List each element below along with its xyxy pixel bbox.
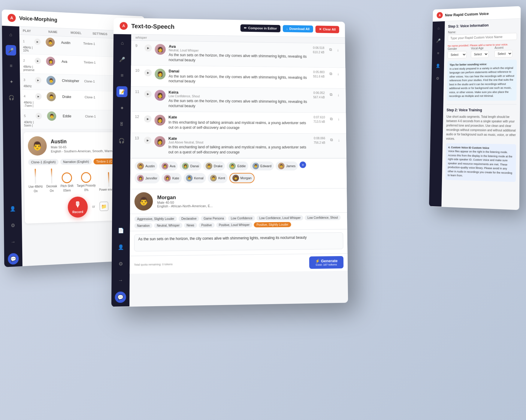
tts-textarea-area: As the sun sets on the horizon, the city…: [130, 229, 347, 256]
vm-play-btn-2[interactable]: ▶: [35, 58, 41, 64]
vm-arrow-icon[interactable]: →: [8, 236, 19, 248]
style-low-confidence[interactable]: Low Confidence: [228, 216, 255, 221]
vm-record-button[interactable]: 🎙 Record: [68, 196, 88, 218]
voice-chip-ava[interactable]: 👩 Ava: [159, 162, 178, 171]
tts-arrow-icon[interactable]: →: [115, 275, 126, 286]
voice-chip-kemal[interactable]: 👨 Kemal: [183, 173, 206, 183]
style-neutral-whisper[interactable]: Neutral, Whisper: [154, 223, 182, 228]
tts-generate-button[interactable]: ⚡ Generate Cost: 107 tokens: [309, 256, 343, 269]
nv-mic-icon[interactable]: 🎤: [434, 36, 443, 45]
tts-download-icon-9[interactable]: ↓: [335, 47, 341, 53]
style-positive[interactable]: Positive: [198, 222, 215, 228]
style-aggressive[interactable]: Aggressive, Slightly Louder: [134, 216, 177, 222]
tts-settings-icon[interactable]: ⚙: [115, 258, 126, 270]
vm-chat-icon[interactable]: 💬: [8, 253, 19, 265]
tts-download-btn[interactable]: ↓ Download All: [283, 25, 313, 32]
tts-clear-btn[interactable]: ✕ Clear All: [315, 26, 339, 33]
tts-duration-13: 0:08.066: [314, 137, 325, 140]
tts-download-icon-10[interactable]: ↓: [335, 71, 341, 77]
nv-name-input[interactable]: [448, 33, 517, 41]
voice-chip-austin[interactable]: 👨 Austin: [135, 162, 157, 171]
tts-copy-icon-12[interactable]: ⧉: [328, 116, 334, 122]
tts-user-icon[interactable]: 👤: [115, 241, 126, 252]
vm-slider-power[interactable]: [108, 172, 110, 187]
nv-vocal-age-select[interactable]: Select: [471, 50, 488, 58]
voice-chip-jennifer[interactable]: 👩 Jennifer: [135, 173, 160, 183]
tts-copy-icon-9[interactable]: ⧉: [327, 47, 334, 53]
vm-fx-icon[interactable]: ✦: [6, 76, 17, 87]
vm-name-christopher: Christopher: [62, 79, 84, 83]
tts-eq-icon[interactable]: 🎚: [116, 119, 127, 130]
vm-upload-btn[interactable]: 📁: [99, 201, 109, 211]
vc-label-ava: Ava: [170, 164, 175, 168]
voice-chip-danai[interactable]: 👩 Danai: [180, 162, 201, 171]
table-row: 9 ▶ 👩 Ava Neutral, Loud Whisper As the s…: [131, 41, 345, 68]
tts-home-icon[interactable]: ⌂: [117, 38, 128, 49]
voice-chip-morgan[interactable]: 👨 Morgan: [229, 173, 255, 183]
voice-chip-edward[interactable]: 👨 Edward: [250, 162, 274, 171]
tts-play-11[interactable]: ▶: [144, 90, 151, 98]
tts-play-13[interactable]: ▶: [144, 137, 152, 144]
vm-detail-gender-age: Male 50-65: [51, 145, 113, 149]
nv-accent-select[interactable]: Select: [494, 50, 512, 58]
tts-play-12[interactable]: ▶: [144, 115, 152, 122]
voice-chip-kent[interactable]: 👨 Kent: [208, 173, 228, 183]
voice-chip-james[interactable]: 👨 James: [276, 162, 298, 171]
vm-settings-icon[interactable]: ⚙: [8, 219, 18, 231]
vc-label-jennifer: Jennifer: [145, 176, 157, 180]
add-voice-btn[interactable]: +: [300, 162, 306, 168]
tts-download-icon-13[interactable]: ↓: [336, 137, 342, 144]
compose-label: Compose in Editor: [248, 26, 277, 30]
nv-home-icon[interactable]: ⌂: [434, 24, 443, 32]
vm-headphones-icon[interactable]: 🎧: [6, 92, 17, 103]
tts-headphones-icon[interactable]: 🎧: [116, 135, 127, 146]
vm-user-icon[interactable]: 👤: [7, 203, 18, 214]
tts-page-icon[interactable]: 📄: [115, 225, 126, 236]
tts-row-info-10: Danai As the sun sets on the horizon, th…: [169, 69, 310, 85]
tts-duration-12: 0:07.610: [313, 116, 325, 119]
vm-play-btn-3[interactable]: ▶: [35, 77, 41, 83]
vm-list-icon[interactable]: ≡: [6, 61, 16, 71]
style-positive-loud-whisper[interactable]: Positive, Loud Whisper: [216, 222, 252, 228]
tts-copy-icon-11[interactable]: ⧉: [328, 92, 334, 98]
vm-mic-icon[interactable]: 🎤: [6, 45, 16, 56]
voice-chip-eddie[interactable]: 👨 Eddie: [227, 162, 248, 171]
tts-tts-icon[interactable]: 📝: [116, 86, 128, 97]
vm-play-btn-5[interactable]: ▶: [35, 113, 42, 119]
tts-compose-btn[interactable]: ✏ Compose in Editor: [240, 24, 280, 32]
vm-tag-narration[interactable]: Narration (English): [60, 159, 92, 165]
voice-chip-kate[interactable]: 👩 Kate: [162, 173, 182, 183]
tts-mic-icon[interactable]: 🎤: [117, 54, 128, 65]
vm-tag-clone1[interactable]: Clone-1 (English): [28, 159, 59, 165]
style-game-persona[interactable]: Game Persona: [201, 216, 227, 221]
vm-home-icon[interactable]: ⌂: [5, 29, 16, 40]
style-declarative[interactable]: Declarative: [179, 216, 199, 221]
tts-textarea[interactable]: As the sun sets on the horizon, the city…: [134, 232, 343, 252]
nv-list-icon[interactable]: ≡: [434, 49, 442, 57]
voice-chip-drake[interactable]: 👨 Drake: [203, 162, 225, 171]
vm-slider-48khz[interactable]: [35, 169, 36, 184]
tts-play-9[interactable]: ▶: [144, 44, 152, 52]
tts-copy-icon-13[interactable]: ⧉: [328, 137, 335, 144]
vm-play-btn-4[interactable]: ▶: [35, 93, 41, 100]
nv-gender-select[interactable]: SelectMaleFemale: [448, 51, 467, 59]
style-low-conf-loud-whisper[interactable]: Low Confidence, Loud Whisper: [257, 215, 304, 221]
tts-download-icon-12[interactable]: ↓: [335, 116, 342, 122]
style-narration[interactable]: Narration: [134, 223, 153, 228]
tts-chat-icon[interactable]: 💬: [115, 292, 126, 303]
vm-play-btn-1[interactable]: ▶: [34, 38, 41, 45]
tts-play-10[interactable]: ▶: [144, 69, 152, 76]
vm-knob-pitch[interactable]: [62, 172, 72, 183]
style-positive-slightly-louder[interactable]: Positive, Slightly Louder: [254, 222, 291, 227]
style-low-conf-shout[interactable]: Low Confidence, Shout: [305, 215, 340, 220]
vm-slider-decreak[interactable]: [51, 168, 52, 183]
tts-copy-icon-10[interactable]: ⧉: [328, 71, 334, 77]
tts-fx-icon[interactable]: ✦: [116, 102, 127, 113]
nv-user-icon[interactable]: 👤: [434, 61, 442, 70]
vm-knob-prosody[interactable]: [81, 172, 91, 183]
style-news[interactable]: News: [184, 223, 197, 228]
tts-actions-13: ⧉ ↓: [328, 137, 342, 144]
tts-list-icon[interactable]: ≡: [116, 70, 128, 81]
nv-settings-icon[interactable]: ⚙: [434, 74, 442, 83]
tts-download-icon-11[interactable]: ↓: [335, 92, 341, 98]
